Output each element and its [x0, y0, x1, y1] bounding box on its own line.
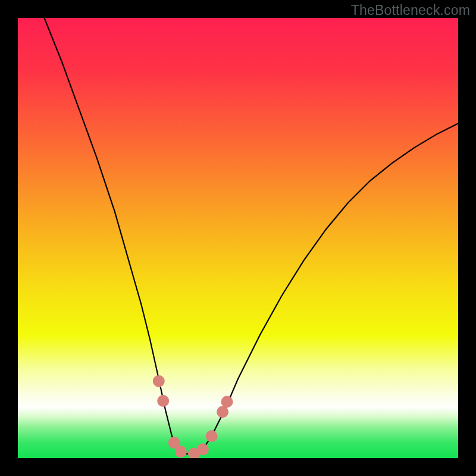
- marker-dot: [221, 396, 233, 408]
- plot-svg: [18, 18, 458, 458]
- marker-dot: [197, 443, 209, 455]
- plot-canvas: [18, 18, 458, 458]
- watermark-text: TheBottleneck.com: [351, 2, 470, 18]
- marker-dot: [157, 395, 169, 407]
- marker-dot: [206, 430, 218, 442]
- chart-frame: TheBottleneck.com: [0, 0, 476, 476]
- gradient-background: [18, 18, 458, 458]
- marker-dot: [153, 375, 165, 387]
- marker-dot: [217, 406, 228, 418]
- marker-dot: [175, 446, 187, 458]
